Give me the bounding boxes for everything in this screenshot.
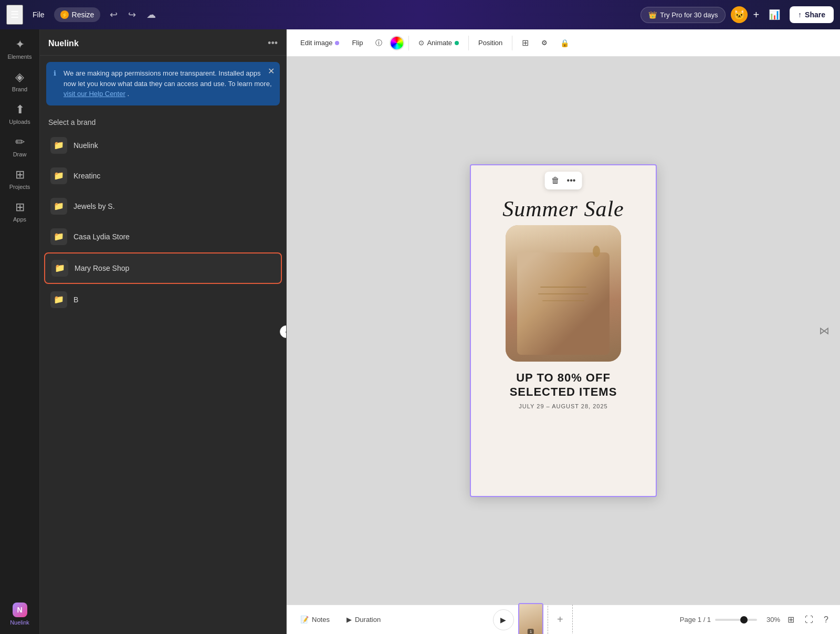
select-brand-label: Select a brand	[40, 112, 286, 131]
brand-folder-icon: 📁	[50, 137, 67, 154]
panel-title: Nuelink	[48, 39, 79, 48]
notes-icon: 📝	[300, 616, 309, 624]
help-center-link[interactable]: visit our Help Center	[64, 90, 125, 98]
resize-icon: ⚡	[60, 10, 69, 19]
brand-item-b[interactable]: 📁 B	[44, 285, 282, 314]
share-icon: ↑	[798, 10, 802, 19]
canvas-area: Edit image Flip ⓘ ⊙ Animate Position ⊞	[287, 29, 840, 634]
duration-button[interactable]: ▶ Duration	[341, 612, 386, 627]
toolbar-separator-2	[468, 36, 469, 50]
sidebar-item-brand[interactable]: ◈ Brand	[2, 66, 38, 97]
zoom-slider[interactable]	[715, 619, 757, 621]
settings-button[interactable]: ⚙	[536, 36, 553, 50]
panel-menu-button[interactable]: •••	[268, 38, 278, 49]
play-button[interactable]: ▶	[493, 609, 514, 630]
lock-button[interactable]: 🔒	[555, 36, 574, 50]
color-wheel[interactable]	[390, 36, 404, 50]
settings-icon: ⚙	[541, 39, 548, 47]
animate-icon: ⊙	[418, 39, 424, 47]
topbar-left: ☰ File ⚡ Resize ↩ ↪ ☁	[6, 5, 160, 25]
brand-folder-icon: 📁	[50, 291, 67, 308]
brand-folder-icon: 📁	[50, 167, 67, 184]
info-banner-close-button[interactable]: ✕	[268, 66, 275, 76]
delete-element-button[interactable]: 🗑	[548, 174, 563, 187]
grid-view-button[interactable]: ⊞	[784, 612, 797, 627]
lock-icon: 🔒	[560, 39, 569, 47]
sidebar-item-uploads[interactable]: ⬆ Uploads	[2, 99, 38, 129]
add-button[interactable]: +	[753, 9, 759, 21]
menu-button[interactable]: ☰	[6, 5, 23, 25]
edit-image-dot	[335, 41, 339, 45]
nuelink-logo-icon: N	[13, 603, 27, 617]
undo-button[interactable]: ↩	[106, 7, 122, 23]
projects-icon: ⊞	[15, 168, 25, 182]
panel-header: Nuelink •••	[40, 29, 286, 56]
left-sidebar: ✦ Elements ◈ Brand ⬆ Uploads ✏ Draw ⊞ Pr…	[0, 29, 40, 634]
canvas-toolbar-bar: Edit image Flip ⓘ ⊙ Animate Position ⊞	[287, 29, 840, 57]
nuelink-panel: Nuelink ••• ✕ ℹ We are making app permis…	[40, 29, 287, 634]
uploads-icon: ⬆	[15, 103, 25, 117]
main-area: ✦ Elements ◈ Brand ⬆ Uploads ✏ Draw ⊞ Pr…	[0, 29, 840, 634]
sidebar-item-elements[interactable]: ✦ Elements	[2, 34, 38, 64]
zoom-percent: 30%	[761, 616, 780, 624]
add-page-button[interactable]: +	[548, 603, 573, 635]
sidebar-item-projects[interactable]: ⊞ Projects	[2, 164, 38, 194]
redo-button[interactable]: ↪	[124, 7, 140, 23]
sidebar-item-draw[interactable]: ✏ Draw	[2, 131, 38, 162]
topbar-right: 👑 Try Pro for 30 days 🐱 + 📊 ↑ Share	[640, 6, 834, 23]
analytics-button[interactable]: 📊	[764, 7, 784, 23]
sale-date-text: JULY 29 – AUGUST 28, 2025	[510, 403, 617, 409]
notes-button[interactable]: 📝 Notes	[295, 612, 335, 627]
edit-image-button[interactable]: Edit image	[295, 36, 344, 50]
cloud-save-button[interactable]: ☁	[142, 7, 160, 23]
page-info: Page 1 / 1	[680, 616, 711, 624]
page-thumbnail-1[interactable]: 1	[518, 603, 543, 635]
position-button[interactable]: Position	[473, 36, 508, 50]
help-button[interactable]: ?	[821, 613, 832, 627]
page-num-badge: 1	[528, 629, 534, 635]
nav-icons: ↩ ↪ ☁	[106, 7, 160, 23]
more-element-button[interactable]: •••	[564, 174, 579, 187]
crown-icon: 👑	[648, 11, 657, 19]
page-controls: ▶ 1 +	[392, 603, 674, 635]
apps-icon: ⊞	[15, 200, 25, 214]
brand-folder-icon: 📁	[51, 260, 68, 277]
bottom-right-controls: Page 1 / 1 30% ⊞ ⛶ ?	[680, 612, 832, 627]
fullscreen-button[interactable]: ⛶	[802, 613, 816, 627]
elements-icon: ✦	[15, 38, 25, 51]
brand-list: 📁 Nuelink 📁 Kreatinc 📁 Jewels by S. 📁 Ca…	[40, 131, 286, 314]
brand-item-jewels[interactable]: 📁 Jewels by S.	[44, 192, 282, 221]
flip-button[interactable]: Flip	[346, 36, 368, 50]
animate-button[interactable]: ⊙ Animate	[413, 36, 464, 50]
share-button[interactable]: ↑ Share	[790, 6, 834, 23]
brand-item-casa[interactable]: 📁 Casa Lydia Store	[44, 222, 282, 251]
person-silhouette	[506, 225, 621, 362]
toolbar-separator-3	[512, 36, 512, 50]
brand-icon: ◈	[15, 70, 24, 84]
bottom-bar: 📝 Notes ▶ Duration ▶ 1 + Page 1 / 1	[287, 605, 840, 634]
brand-folder-icon: 📁	[50, 198, 67, 215]
brand-item-nuelink[interactable]: 📁 Nuelink	[44, 131, 282, 160]
try-pro-button[interactable]: 👑 Try Pro for 30 days	[640, 7, 726, 23]
user-avatar[interactable]: 🐱	[731, 6, 748, 23]
info-icon: ℹ	[54, 68, 56, 99]
grid-button[interactable]: ⊞	[517, 35, 534, 51]
sidebar-item-nuelink[interactable]: N Nuelink	[2, 598, 38, 630]
brand-item-mary[interactable]: 📁 Mary Rose Shop ←	[44, 252, 282, 284]
brand-folder-icon: 📁	[50, 228, 67, 245]
resize-button[interactable]: ⚡ Resize	[54, 7, 101, 22]
info-button[interactable]: ⓘ	[370, 35, 387, 51]
canvas-viewport[interactable]: 🗑 ••• Summer Sale	[287, 57, 840, 605]
toolbar-separator	[408, 36, 409, 50]
zoom-track[interactable]	[715, 619, 757, 621]
sidebar-item-apps[interactable]: ⊞ Apps	[2, 196, 38, 227]
hide-panel-button[interactable]: ‹	[280, 325, 287, 338]
brand-item-kreatinc[interactable]: 📁 Kreatinc	[44, 161, 282, 191]
product-image	[506, 225, 621, 362]
canvas-element-toolbar: 🗑 •••	[545, 172, 582, 189]
sale-text-block: UP TO 80% OFFSELECTED ITEMS JULY 29 – AU…	[499, 371, 628, 409]
animate-dot	[455, 41, 459, 45]
grid-icon: ⊞	[522, 38, 529, 48]
file-button[interactable]: File	[28, 8, 49, 21]
zoom-thumb[interactable]	[740, 616, 748, 624]
